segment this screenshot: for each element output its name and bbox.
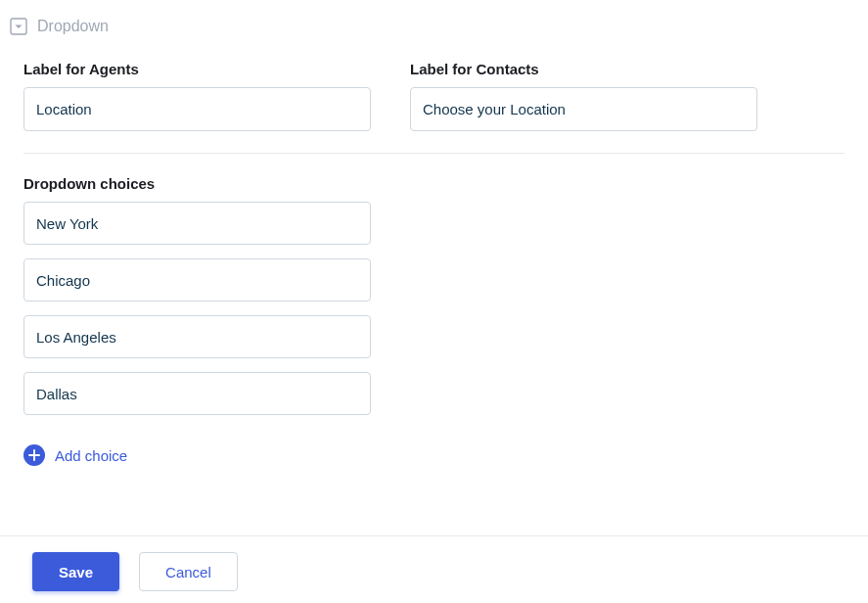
label-for-contacts-input[interactable] — [410, 87, 757, 131]
section-divider — [23, 153, 845, 154]
field-type-indicator: Dropdown — [10, 18, 845, 35]
label-for-agents-title: Label for Agents — [23, 61, 371, 77]
choice-input[interactable] — [23, 372, 371, 415]
plus-circle-icon — [23, 444, 45, 466]
save-button[interactable]: Save — [32, 552, 119, 591]
dropdown-choices-title: Dropdown choices — [23, 175, 845, 192]
choice-input[interactable] — [23, 315, 371, 358]
dropdown-icon — [10, 18, 27, 35]
cancel-button[interactable]: Cancel — [139, 552, 238, 591]
add-choice-label: Add choice — [55, 447, 127, 464]
field-type-label: Dropdown — [37, 18, 109, 35]
label-for-agents-group: Label for Agents — [23, 61, 371, 131]
choice-input[interactable] — [23, 202, 371, 245]
choice-input[interactable] — [23, 258, 371, 302]
label-for-contacts-title: Label for Contacts — [410, 61, 757, 77]
label-for-agents-input[interactable] — [23, 87, 371, 131]
label-for-contacts-group: Label for Contacts — [410, 61, 757, 131]
footer-actions: Save Cancel — [0, 535, 868, 603]
add-choice-button[interactable]: Add choice — [23, 444, 127, 466]
